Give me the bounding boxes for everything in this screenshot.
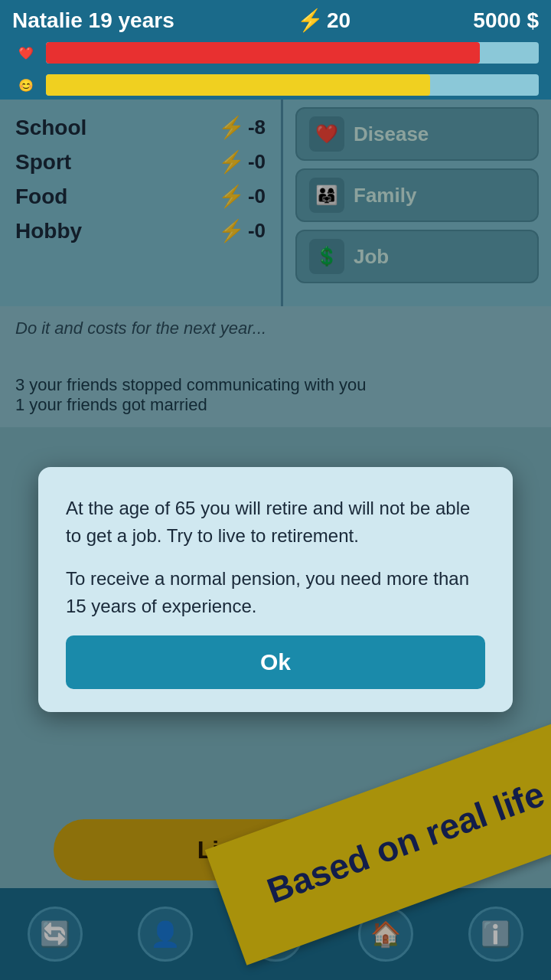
header-top: Natalie 19 years ⚡ 20 5000 $ (12, 8, 539, 33)
retirement-dialog: At the age of 65 you will retire and wil… (38, 467, 513, 712)
smile-icon: 😊 (12, 71, 40, 99)
health-bar-row: ❤️ (12, 39, 539, 67)
dialog-ok-button[interactable]: Ok (66, 635, 485, 689)
money-display: 5000 $ (473, 8, 539, 33)
dialog-overlay: At the age of 65 you will retire and wil… (0, 100, 551, 980)
health-bar-bg (46, 42, 539, 64)
energy-value: 20 (327, 8, 350, 33)
player-name: Natalie 19 years (12, 8, 174, 33)
happiness-bar-row: 😊 (12, 71, 539, 99)
happiness-bar-fill (46, 74, 430, 96)
happiness-bar-bg (46, 74, 539, 96)
heart-icon: ❤️ (12, 39, 40, 67)
main-content: School ⚡ -8 Sport ⚡ -0 Food ⚡ -0 (0, 100, 551, 980)
lightning-icon: ⚡ (297, 8, 324, 33)
health-bar-fill (46, 42, 480, 64)
dialog-text-2: To receive a normal pension, you need mo… (66, 565, 485, 620)
header: Natalie 19 years ⚡ 20 5000 $ ❤️ 😊 (0, 0, 551, 100)
dialog-text-1: At the age of 65 you will retire and wil… (66, 495, 485, 550)
energy-display: ⚡ 20 (297, 8, 350, 33)
